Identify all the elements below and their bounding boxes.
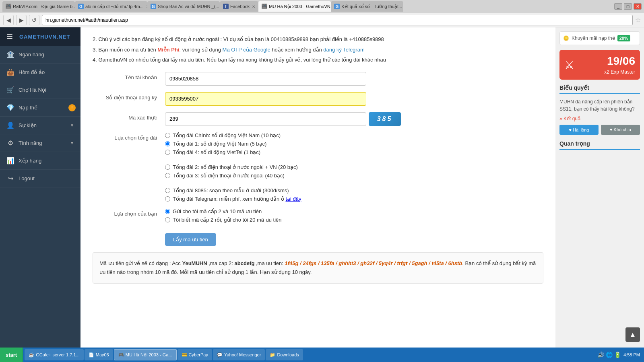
link-telegram[interactable]: đăng ký Telegram [323, 47, 364, 53]
tong-dai-option-1[interactable]: Tổng đài 1: số di động Việt Nam (5 bạc) [165, 141, 543, 147]
tong-dai-option-2[interactable]: Tổng đài 4: số di động VietTel (1 bạc) [165, 149, 543, 155]
taskbar-label-1: May03 [96, 352, 109, 357]
feature-icon: ⚙ [6, 139, 14, 147]
sidebar-item-ngan-hang[interactable]: 🏦 Ngân hàng [0, 46, 80, 64]
sidebar-item-hom-do-ao[interactable]: 👜 Hòm đồ ảo [0, 64, 80, 81]
sidebar-item-logout[interactable]: ↪ Logout [0, 170, 80, 187]
forward-button[interactable]: ▶ [16, 15, 27, 25]
form-label-username: Tên tài khoản [93, 72, 165, 80]
form-field-phone [165, 92, 543, 106]
tong-dai-radio-5[interactable] [165, 188, 170, 193]
sidebar-item-su-kien[interactable]: 👤 Sự kiện ▼ [0, 117, 80, 134]
tray-icon-1: 🔊 [597, 352, 604, 358]
bookmark-button[interactable]: ☆ [635, 16, 641, 24]
sidebar-logo-text: GAMETHUVN.NET [19, 34, 70, 40]
form-label-empty [93, 229, 165, 232]
preference-radio-0[interactable] [165, 209, 170, 214]
hai-long-button[interactable]: ♥ Hài lòng [559, 125, 599, 135]
tab-2[interactable]: G alo m cấp dl +đồ như tp 4m... ✕ [75, 1, 147, 12]
tab-1[interactable]: 🎮 R&kVIP.com - Đại gia Game b... ✕ [2, 1, 75, 12]
preference-radio-1[interactable] [165, 217, 170, 222]
taskbar-item-1[interactable]: 📄 May03 [85, 349, 113, 360]
username-input[interactable] [165, 72, 366, 86]
back-button[interactable]: ◀ [3, 15, 14, 25]
quan-trong-title: Quan trọng [559, 140, 640, 150]
form-label-captcha: Mã xác thực [93, 112, 165, 121]
taskbar-item-5[interactable]: 📁 Downloads [266, 349, 303, 360]
tong-dai-label-2: Tổng đài 4: số di động VietTel (1 bạc) [173, 149, 260, 155]
sidebar-item-cho-ha-noi[interactable]: 🛒 Chợ Hà Nội [0, 81, 80, 99]
minimize-button[interactable]: _ [614, 3, 622, 10]
tong-dai-radio-3[interactable] [165, 165, 170, 170]
preference-option-1[interactable]: Tôi biết mã cấp 2 rồi, gửi cho tôi 20 mã… [165, 217, 543, 223]
taskbar-items: ☕ GCafe+ server 1.7.1... 📄 May03 🎮 MU Hà… [23, 349, 593, 360]
taskbar-icon-3: 💳 [182, 352, 187, 358]
clock-time: 4:58 PM [623, 352, 640, 358]
tong-dai-option-5[interactable]: Tổng đài 8085: soạn theo mẫu ở dưới (300… [165, 187, 543, 193]
tab-4-close[interactable]: ✕ [252, 4, 255, 9]
taskbar-icon-0: ☕ [29, 352, 34, 358]
hamburger-menu[interactable]: ☰ [6, 32, 13, 41]
link-tai-day[interactable]: tại đây [285, 196, 301, 202]
sidebar-label-nap-the: Nạp thẻ [19, 105, 37, 111]
tong-dai-radio-0[interactable] [165, 133, 170, 138]
tab-3-favicon: G [151, 4, 156, 9]
tong-dai-option-3[interactable]: Tổng đài 2: số điện thoại ở nước ngoài +… [165, 164, 543, 170]
captcha-input[interactable] [165, 112, 366, 126]
form-label-tong-dai: Lựa chọn tổng đài [93, 132, 165, 141]
phone-input[interactable] [165, 92, 366, 106]
tong-dai-radio-6[interactable] [165, 196, 170, 202]
tab-6-favicon: G [334, 4, 340, 9]
taskbar-item-0[interactable]: ☕ GCafe+ server 1.7.1... [25, 349, 84, 360]
result-box: Mã ưu tiên gửi về sẽ có dạng : Acc YeuMU… [93, 252, 543, 284]
address-bar[interactable] [42, 15, 633, 25]
close-button[interactable]: ✕ [634, 3, 642, 10]
tong-dai-label-6: Tổng đài Telegram: miễn phí, xem hướng d… [173, 196, 301, 202]
sidebar-label-cho-ha-noi: Chợ Hà Nội [19, 87, 46, 93]
tab-1-label: R&kVIP.com - Đại gia Game b... [13, 4, 75, 9]
sidebar-item-nap-the[interactable]: 💎 Nạp thẻ ! [0, 99, 80, 117]
taskbar: start ☕ GCafe+ server 1.7.1... 📄 May03 🎮… [0, 348, 644, 362]
submit-button[interactable]: Lấy mã ưu tiên [165, 233, 216, 246]
preference-label-0: Gửi cho tôi mã cấp 2 và 10 mã ưu tiên [173, 208, 262, 214]
tong-dai-radio-4[interactable] [165, 173, 170, 178]
tong-dai-radio-2[interactable] [165, 150, 170, 155]
browser-toolbar: ◀ ▶ ↺ ☆ [0, 13, 644, 27]
tray-icon-3: 🔋 [614, 352, 621, 358]
right-sidebar: 🪙 Khuyến mãi nạp thẻ 20% ⚔ 19/06 x2 Exp … [555, 27, 644, 348]
tong-dai-option-0[interactable]: Tổng đài Chính: số di động Việt Nam (10 … [165, 132, 543, 138]
maximize-button[interactable]: □ [624, 3, 632, 10]
link-maotp[interactable]: Mã OTP của Google [223, 47, 270, 53]
reload-button[interactable]: ↺ [29, 15, 39, 25]
bank-icon: 🏦 [6, 51, 14, 58]
start-button[interactable]: start [0, 348, 23, 362]
sidebar-item-xep-hang[interactable]: 📊 Xếp hạng [0, 152, 80, 170]
ket-qua-link[interactable]: » Kết quả [559, 116, 640, 121]
tab-4[interactable]: f Facebook ✕ [220, 1, 258, 12]
preference-option-0[interactable]: Gửi cho tôi mã cấp 2 và 10 mã ưu tiên [165, 208, 543, 214]
taskbar-item-2[interactable]: 🎮 MU Hà Nội 2003 - Ga... [114, 349, 177, 360]
promo-percent: 20% [617, 35, 630, 41]
sidebar-label-xep-hang: Xếp hạng [19, 158, 41, 164]
tab-6[interactable]: G Kết quả xổ số - Tường thuật... ✕ [331, 1, 403, 12]
kho-chiu-button[interactable]: ♥ Khó chịu [601, 125, 640, 135]
preference-label-1: Tôi biết mã cấp 2 rồi, gửi cho tôi 20 mã… [173, 217, 282, 223]
tong-dai-label-0: Tổng đài Chính: số di động Việt Nam (10 … [173, 132, 281, 138]
form-row-username: Tên tài khoản [93, 72, 543, 86]
tong-dai-option-6[interactable]: Tổng đài Telegram: miễn phí, xem hướng d… [165, 196, 543, 202]
tab-4-label: Facebook [230, 4, 250, 9]
tab-5[interactable]: 🎮 MU Hà Nội 2003 - GamethuVN... ✕ [258, 1, 331, 12]
bieu-quyet-text: MUHN đã nâng cấp lên phiên bản SS11, bạn… [559, 98, 640, 113]
sidebar-item-tinh-nang[interactable]: ⚙ Tính năng ▼ [0, 134, 80, 152]
tab-4-favicon: f [223, 4, 229, 9]
tab-3-label: Shop Bán Ac và đồ MUHN _(... [158, 4, 219, 9]
browser-tabs: 🎮 R&kVIP.com - Đại gia Game b... ✕ G alo… [2, 1, 613, 12]
tong-dai-radio-1[interactable] [165, 141, 170, 146]
taskbar-item-3[interactable]: 💳 CyberPay [178, 349, 212, 360]
promo-nap-banner: 🪙 Khuyến mãi nạp thẻ 20% [559, 31, 640, 45]
scroll-top-button[interactable]: ▲ [625, 327, 640, 342]
tong-dai-option-4[interactable]: Tổng đài 3: số điện thoại ở nước ngoài (… [165, 173, 543, 179]
tab-3[interactable]: G Shop Bán Ac và đồ MUHN _(... ✕ [147, 1, 220, 12]
taskbar-item-4[interactable]: 💬 Yahoo! Messenger [213, 349, 265, 360]
sidebar-label-hom-do-ao: Hòm đồ ảo [19, 69, 45, 75]
